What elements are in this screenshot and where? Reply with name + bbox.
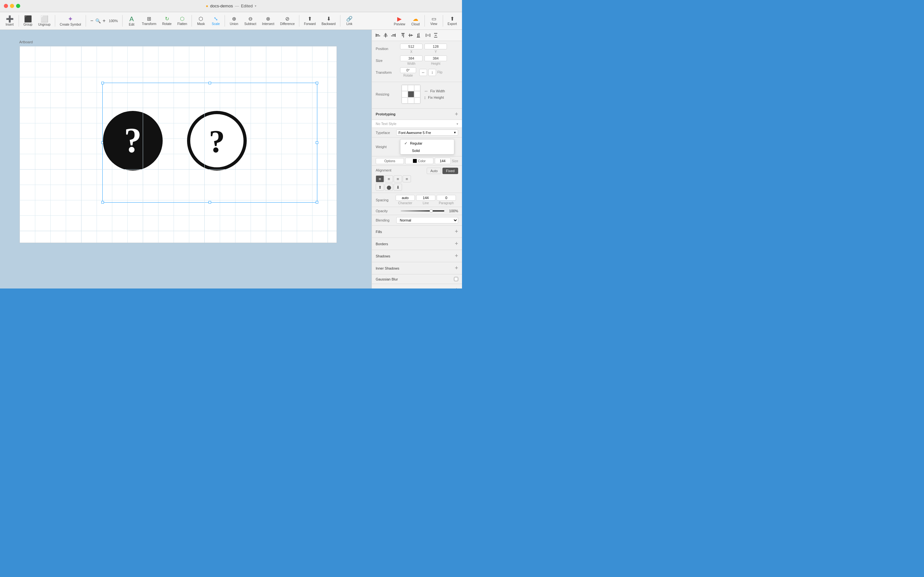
flatten-tool[interactable]: ⬡ Flatten xyxy=(175,13,190,29)
line-input[interactable] xyxy=(416,195,435,201)
borders-add-button[interactable]: + xyxy=(455,240,458,247)
mask-tool[interactable]: ⬡ Mask xyxy=(194,13,208,29)
no-text-style-label: No Text Style xyxy=(376,122,457,126)
align-text-bottom-button[interactable]: ⬇ xyxy=(394,184,402,191)
weight-regular-label: Regular xyxy=(410,141,423,145)
right-panel: Position X Y Size Width Height xyxy=(372,30,462,288)
align-auto-button[interactable]: Auto xyxy=(427,168,441,174)
character-input[interactable] xyxy=(396,195,415,201)
align-text-center-button[interactable]: ≡ xyxy=(384,175,393,182)
selection-handle-bl[interactable] xyxy=(102,201,104,203)
forward-label: Forward xyxy=(304,22,316,26)
align-text-right-button[interactable]: ≡ xyxy=(394,175,402,182)
scale-tool[interactable]: ⤡ Scale xyxy=(208,13,223,29)
maximize-button[interactable] xyxy=(16,4,20,8)
union-tool[interactable]: ⊕ Union xyxy=(227,13,241,29)
font-size-input[interactable] xyxy=(435,158,451,164)
backward-tool[interactable]: ⬇ Backward xyxy=(319,13,338,29)
align-text-vmid-button[interactable]: ⬤ xyxy=(384,184,393,191)
selection-handle-tc[interactable] xyxy=(208,82,211,84)
shadows-add-button[interactable]: + xyxy=(455,253,458,259)
selection-handle-bc[interactable] xyxy=(208,201,211,203)
transform-row: Transform Rotate ↔ ↕ Flip xyxy=(376,67,458,77)
text-style-row[interactable]: No Text Style ▾ xyxy=(372,120,462,128)
insert-tool[interactable]: ➕ Insert xyxy=(3,13,17,29)
typeface-select[interactable]: Font Awesome 5 Fre ▾ xyxy=(396,129,458,135)
transform-label: Transform xyxy=(376,71,398,74)
distribute-h-button[interactable] xyxy=(425,32,431,39)
svg-rect-25 xyxy=(434,33,437,34)
align-text-justify-button[interactable]: ≡ xyxy=(403,175,411,182)
alignment-label: Alignment xyxy=(376,168,391,172)
status-chevron: ▾ xyxy=(255,4,256,8)
cloud-tool[interactable]: ☁ Cloud xyxy=(409,13,423,29)
artboard[interactable]: ? ? xyxy=(19,46,337,243)
width-input[interactable] xyxy=(400,55,423,61)
edit-tool[interactable]: A Edit xyxy=(124,13,139,29)
svg-rect-4 xyxy=(376,34,376,37)
create-symbol-icon: ✦ xyxy=(68,16,73,22)
prototyping-header[interactable]: Prototyping + xyxy=(372,109,462,120)
paragraph-input[interactable] xyxy=(437,195,456,201)
prototyping-add-button[interactable]: + xyxy=(455,111,458,117)
svg-rect-11 xyxy=(393,34,395,35)
icon-solid-circle[interactable]: ? xyxy=(102,110,163,171)
selection-handle-tr[interactable] xyxy=(316,82,318,84)
zoom-in-button[interactable]: + xyxy=(102,17,107,24)
ungroup-tool[interactable]: ⬜ Ungroup xyxy=(36,13,53,29)
close-button[interactable] xyxy=(4,4,8,8)
opacity-slider[interactable] xyxy=(401,210,444,211)
flip-v-button[interactable]: ↕ xyxy=(428,69,436,76)
window-title: ● docs-demos — Edited ▾ xyxy=(206,3,256,8)
align-top-button[interactable] xyxy=(399,32,407,39)
icon-outline-circle[interactable]: ? xyxy=(186,110,247,171)
svg-rect-16 xyxy=(409,35,413,35)
gaussian-blur-checkbox[interactable] xyxy=(454,277,458,281)
inner-shadows-add-button[interactable]: + xyxy=(455,265,458,271)
weight-dropdown[interactable]: ✓ Regular Solid xyxy=(400,139,454,155)
align-center-h-button[interactable] xyxy=(382,32,389,39)
fix-width-row: ↔ Fix Width xyxy=(424,89,458,93)
difference-tool[interactable]: ⊘ Difference xyxy=(278,13,297,29)
group-tool[interactable]: ⬛ Group xyxy=(21,13,35,29)
blending-label: Blending xyxy=(376,218,394,222)
color-button[interactable]: Color xyxy=(405,158,433,164)
zoom-out-button[interactable]: − xyxy=(89,17,95,24)
options-button[interactable]: Options xyxy=(376,158,404,164)
forward-tool[interactable]: ⬆ Forward xyxy=(301,13,318,29)
selection-handle-br[interactable] xyxy=(316,201,318,203)
align-text-top-button[interactable]: ⬆ xyxy=(376,184,384,191)
opacity-thumb[interactable] xyxy=(430,210,433,213)
height-input[interactable] xyxy=(425,55,447,61)
align-left-button[interactable] xyxy=(375,32,381,39)
transform-tool[interactable]: ⊞ Transform xyxy=(139,13,159,29)
weight-regular-item[interactable]: ✓ Regular xyxy=(401,139,454,147)
blending-select[interactable]: Normal xyxy=(396,217,458,223)
align-right-button[interactable] xyxy=(390,32,397,39)
align-center-v-button[interactable] xyxy=(407,32,414,39)
align-text-left-button[interactable]: ≡ xyxy=(376,175,384,182)
x-input[interactable] xyxy=(400,44,423,49)
preview-tool[interactable]: ▶ Preview xyxy=(391,13,408,29)
flip-h-button[interactable]: ↔ xyxy=(419,69,427,76)
fills-add-button[interactable]: + xyxy=(455,228,458,235)
view-tool[interactable]: ▭ View xyxy=(427,13,441,29)
selection-handle-mr[interactable] xyxy=(316,141,318,144)
view-label: View xyxy=(430,22,437,26)
rotate-tool[interactable]: ↻ Rotate xyxy=(160,13,174,29)
selection-handle-tl[interactable] xyxy=(102,82,104,84)
align-fixed-button[interactable]: Fixed xyxy=(443,168,458,174)
make-exportable-add-button[interactable]: + xyxy=(455,287,458,288)
weight-solid-item[interactable]: Solid xyxy=(401,147,454,154)
align-bottom-button[interactable] xyxy=(415,32,422,39)
canvas-area[interactable]: Artboard ? xyxy=(0,30,372,288)
subtract-tool[interactable]: ⊖ Subtract xyxy=(242,13,258,29)
rotate-input[interactable] xyxy=(400,67,416,73)
minimize-button[interactable] xyxy=(10,4,14,8)
export-tool[interactable]: ⬆ Export xyxy=(445,13,459,29)
distribute-v-button[interactable] xyxy=(432,32,439,39)
y-input[interactable] xyxy=(425,44,447,49)
link-tool[interactable]: 🔗 Link xyxy=(342,13,357,29)
create-symbol-tool[interactable]: ✦ Create Symbol xyxy=(57,13,83,29)
intersect-tool[interactable]: ⊗ Intersect xyxy=(260,13,277,29)
